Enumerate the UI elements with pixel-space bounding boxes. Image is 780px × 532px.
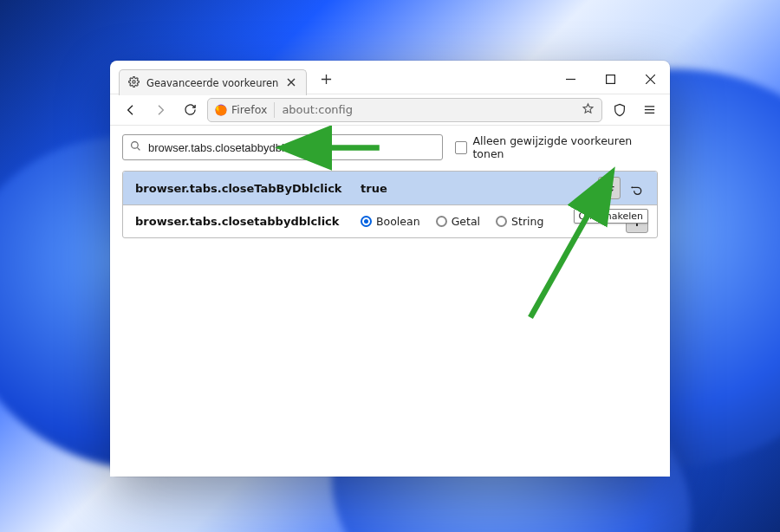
minimize-button[interactable] <box>550 65 590 93</box>
reset-button[interactable] <box>626 177 648 199</box>
page-content: Alleen gewijzigde voorkeuren tonen brows… <box>110 125 670 477</box>
pref-value: true <box>361 182 589 195</box>
radio-label: Getal <box>452 215 480 228</box>
radio-number[interactable]: Getal <box>436 215 480 228</box>
close-button[interactable] <box>630 65 670 93</box>
only-modified-label: Alleen gewijzigde voorkeuren tonen <box>472 134 658 160</box>
svg-rect-1 <box>606 75 614 83</box>
urlbar-brand-label: Firefox <box>231 103 267 116</box>
checkbox-icon <box>455 141 467 154</box>
pref-search-input[interactable] <box>148 141 435 154</box>
browser-tab[interactable]: Geavanceerde voorkeuren <box>119 69 307 95</box>
firefox-icon <box>215 104 227 116</box>
radio-icon <box>361 216 372 227</box>
radio-boolean[interactable]: Boolean <box>361 215 420 228</box>
gear-icon <box>128 76 140 90</box>
nav-toolbar: Firefox about:config <box>110 94 670 125</box>
tab-close-button[interactable] <box>285 75 297 90</box>
window-controls <box>550 65 670 93</box>
url-bar[interactable]: Firefox about:config <box>207 98 602 122</box>
new-tab-button[interactable] <box>314 67 338 91</box>
search-row: Alleen gewijzigde voorkeuren tonen <box>122 134 658 160</box>
svg-point-0 <box>133 80 135 82</box>
tab-title: Geavanceerde voorkeuren <box>146 77 278 89</box>
back-button[interactable] <box>119 98 143 122</box>
radio-icon <box>436 216 447 227</box>
shield-button[interactable] <box>608 98 632 122</box>
browser-window: Geavanceerde voorkeuren Firefox <box>110 61 670 477</box>
reload-button[interactable] <box>178 98 202 122</box>
pref-list: browser.tabs.closeTabByDblclick true bro… <box>122 171 658 238</box>
urlbar-address: about:config <box>282 103 353 116</box>
pref-name: browser.tabs.closeTabByDblclick <box>135 182 352 195</box>
urlbar-separator <box>274 102 275 118</box>
bookmark-star-button[interactable] <box>582 102 595 118</box>
pref-name: browser.tabs.closetabbydblclick <box>135 215 352 228</box>
pref-search-box[interactable] <box>122 134 443 160</box>
search-icon <box>130 140 141 154</box>
titlebar: Geavanceerde voorkeuren <box>110 61 670 94</box>
toggle-tooltip: Omschakelen <box>574 209 648 224</box>
radio-string[interactable]: String <box>496 215 543 228</box>
toggle-button[interactable] <box>598 177 621 199</box>
pref-actions <box>598 177 648 199</box>
pref-row-modified: browser.tabs.closeTabByDblclick true <box>123 172 657 204</box>
forward-button[interactable] <box>148 98 172 122</box>
maximize-button[interactable] <box>590 65 630 93</box>
radio-label: Boolean <box>376 215 420 228</box>
hamburger-menu-button[interactable] <box>637 98 661 122</box>
radio-icon <box>496 216 507 227</box>
urlbar-identity: Firefox <box>215 103 267 116</box>
svg-point-3 <box>132 142 139 149</box>
only-modified-checkbox[interactable]: Alleen gewijzigde voorkeuren tonen <box>455 134 658 160</box>
radio-label: String <box>511 215 543 228</box>
